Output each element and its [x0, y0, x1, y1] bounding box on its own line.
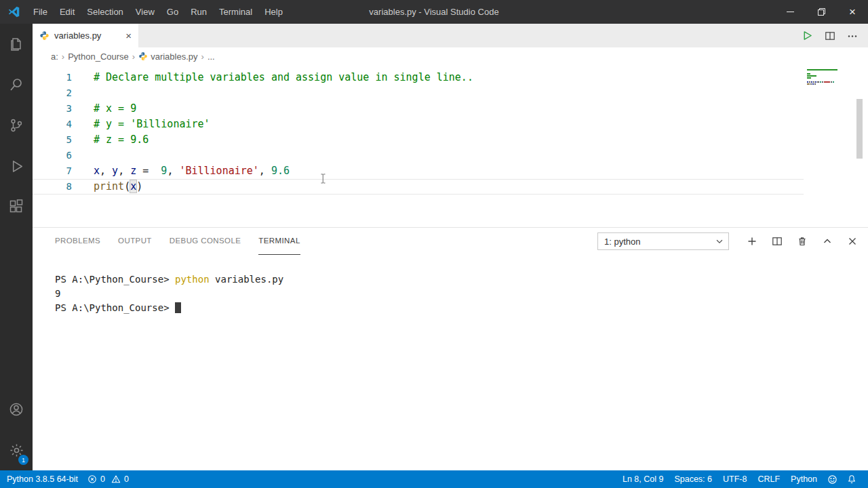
code-text: print(x) — [72, 179, 142, 195]
python-interpreter[interactable]: Python 3.8.5 64-bit — [7, 474, 78, 484]
menu-file[interactable]: File — [27, 0, 54, 24]
terminal-dropdown[interactable]: 1: python — [597, 232, 729, 250]
editor[interactable]: 1# Declare multiple variables and assign… — [33, 65, 868, 227]
editor-actions — [802, 24, 868, 47]
panel-tab-problems[interactable]: PROBLEMS — [55, 228, 100, 255]
panel-header: PROBLEMSOUTPUTDEBUG CONSOLETERMINAL 1: p… — [33, 228, 868, 255]
minimize-button[interactable] — [774, 0, 806, 24]
sidebar-item-search[interactable] — [0, 64, 33, 105]
more-actions-button[interactable] — [847, 30, 858, 41]
breadcrumb-label: variables.py — [151, 52, 197, 62]
code-token: y — [112, 165, 118, 177]
code-text: # x = 9 — [72, 101, 136, 117]
status-item-2[interactable]: UTF-8 — [717, 474, 752, 484]
terminal-token: 9 — [55, 288, 60, 299]
menu-terminal[interactable]: Terminal — [213, 0, 258, 24]
vscode-logo-icon[interactable] — [7, 5, 20, 18]
maximize-panel-button[interactable] — [822, 236, 833, 247]
breadcrumb-item-2[interactable]: variables.py — [138, 52, 197, 62]
code-token: 'Billionaire' — [179, 165, 258, 177]
status-bar: Python 3.8.5 64-bit 0 0 Ln 8, Col 9Space… — [0, 470, 868, 488]
line-number: 6 — [33, 148, 72, 163]
close-button[interactable]: × — [837, 0, 868, 24]
panel-tab-output[interactable]: OUTPUT — [118, 228, 152, 255]
minimap-bar — [810, 83, 812, 85]
status-right-items: Ln 8, Col 9Spaces: 6UTF-8CRLFPython — [617, 474, 823, 484]
window-title: variables.py - Visual Studio Code — [369, 0, 498, 24]
line-number: 5 — [33, 132, 72, 148]
code-text: x, y, z = 9, 'Billionaire', 9.6 — [72, 163, 290, 179]
status-item-0[interactable]: Ln 8, Col 9 — [617, 474, 669, 484]
line-number: 7 — [33, 163, 72, 179]
extensions-icon — [8, 199, 24, 215]
tab-variables-py[interactable]: variables.py × — [33, 24, 139, 47]
warning-icon — [111, 474, 121, 484]
error-icon — [87, 474, 97, 484]
sidebar-item-source-control[interactable] — [0, 105, 33, 146]
new-terminal-button[interactable] — [747, 236, 757, 247]
code-line[interactable]: 5# z = 9.6 — [33, 132, 804, 148]
minimap-bar — [811, 81, 812, 83]
minimap-bar — [809, 81, 810, 83]
close-panel-button[interactable] — [847, 236, 858, 247]
status-item-1[interactable]: Spaces: 6 — [669, 474, 717, 484]
code-line[interactable]: 6 — [33, 148, 804, 163]
line-number: 8 — [33, 179, 72, 195]
minimap-bar — [807, 77, 811, 79]
minimap[interactable] — [807, 69, 840, 85]
code-line[interactable]: 3# x = 9 — [33, 101, 804, 117]
feedback-button[interactable] — [823, 474, 842, 485]
bell-icon — [847, 474, 856, 484]
breadcrumb-item-0[interactable]: a: — [51, 52, 58, 62]
status-item-4[interactable]: Python — [785, 474, 823, 484]
minimap-bar — [807, 75, 816, 77]
menu-edit[interactable]: Edit — [54, 0, 81, 24]
code-line[interactable]: 2 — [33, 85, 804, 101]
sidebar-item-run-debug[interactable] — [0, 146, 33, 186]
editor-scrollbar[interactable] — [856, 99, 863, 159]
sidebar-item-explorer[interactable] — [0, 24, 33, 64]
minimap-bar — [831, 81, 832, 83]
code-line[interactable]: 4# y = 'Billionaire' — [33, 117, 804, 132]
code-text — [72, 85, 94, 101]
code-area[interactable]: 1# Declare multiple variables and assign… — [33, 65, 868, 195]
warning-count: 0 — [124, 474, 129, 484]
terminal-token: variables.py — [210, 274, 284, 285]
code-text: # Declare multiple variables and assign … — [72, 70, 473, 85]
close-panel-icon — [847, 236, 858, 247]
breadcrumb-item-1[interactable]: Python_Course — [68, 52, 129, 62]
account-button[interactable] — [0, 389, 33, 430]
code-line[interactable]: 1# Declare multiple variables and assign… — [33, 70, 804, 85]
status-item-3[interactable]: CRLF — [752, 474, 785, 484]
tab-close-icon[interactable]: × — [125, 30, 132, 41]
menu-selection[interactable]: Selection — [81, 0, 129, 24]
menu-go[interactable]: Go — [161, 0, 184, 24]
settings-button[interactable]: 1 — [0, 430, 33, 470]
chevron-up-icon — [822, 236, 833, 247]
code-text: # z = 9.6 — [72, 132, 149, 148]
menu-view[interactable]: View — [130, 0, 161, 24]
code-line[interactable]: 8print(x) — [33, 179, 804, 195]
minimap-bar — [807, 69, 837, 70]
split-terminal-button[interactable] — [772, 236, 783, 247]
menu-help[interactable]: Help — [258, 0, 289, 24]
code-line[interactable]: 7x, y, z = 9, 'Billionaire', 9.6 — [33, 163, 804, 179]
plus-icon — [747, 236, 757, 247]
restore-button[interactable] — [806, 0, 837, 24]
code-token: # x = 9 — [94, 102, 136, 115]
sidebar-item-extensions[interactable] — [0, 186, 33, 227]
minimap-line — [807, 69, 840, 70]
terminal-line: PS A:\Python_Course> — [55, 301, 868, 315]
terminal-content[interactable]: PS A:\Python_Course> python variables.py… — [33, 255, 868, 315]
minimap-line — [807, 75, 840, 77]
kill-terminal-button[interactable] — [797, 236, 808, 247]
breadcrumb-item-3[interactable]: ... — [208, 52, 215, 62]
panel-tab-debug-console[interactable]: DEBUG CONSOLE — [170, 228, 241, 255]
problems-indicator[interactable]: 0 0 — [87, 474, 132, 484]
split-editor-button[interactable] — [825, 30, 835, 41]
notifications-button[interactable] — [842, 474, 861, 484]
minimap-line — [807, 73, 840, 75]
run-file-button[interactable] — [802, 30, 813, 41]
menu-run[interactable]: Run — [184, 0, 213, 24]
panel-tab-terminal[interactable]: TERMINAL — [258, 228, 300, 255]
